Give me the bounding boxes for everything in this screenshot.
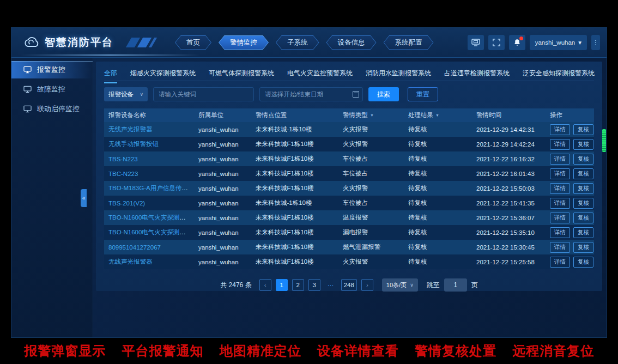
device-name-link[interactable]: 无线手动报警按钮 — [108, 141, 159, 147]
page-button[interactable]: 248 — [341, 279, 357, 291]
cell-time: 2021-12-29 14:42:24 — [472, 141, 546, 148]
notifications-button[interactable] — [509, 35, 525, 50]
calendar-icon[interactable] — [353, 91, 359, 98]
review-button[interactable]: 复核 — [573, 227, 593, 238]
fullscreen-button[interactable] — [488, 35, 505, 50]
review-button[interactable]: 复核 — [573, 213, 593, 223]
filter-bar: 报警设备 ∨ 搜索 重置 — [104, 87, 594, 101]
cell-alarm-type: 车位被占 — [338, 199, 404, 207]
detail-button[interactable]: 详情 — [550, 183, 570, 194]
nav-tab[interactable]: 警情监控 — [219, 35, 269, 50]
system-tab[interactable]: 泛安全感知探测报警系统 — [523, 69, 595, 82]
nav-tab[interactable]: 首页 — [175, 35, 211, 50]
detail-button[interactable]: 详情 — [550, 213, 570, 223]
feature-label: 报警弹窗显示 — [24, 342, 106, 360]
cell-actions: 详情 复核 — [546, 183, 594, 194]
nav-tab-label: 首页 — [186, 38, 200, 47]
table-row[interactable]: 无线手动报警按钮 yanshi_wuhan 未来科技城F1栋10楼 火灾报警 待… — [104, 137, 594, 151]
cell-alarm-type: 火灾报警 — [338, 125, 404, 134]
system-tab[interactable]: 消防用水监测报警系统 — [366, 69, 431, 82]
jump-to-label: 跳至 — [427, 281, 440, 290]
device-name-link[interactable]: TBC-N223 — [108, 171, 138, 177]
review-button[interactable]: 复核 — [573, 139, 593, 150]
review-button[interactable]: 复核 — [573, 183, 593, 194]
sidebar-collapse-handle[interactable]: « — [81, 189, 87, 207]
alarm-type-select[interactable]: 报警设备 ∨ — [104, 87, 148, 101]
column-label: 警情类型 — [343, 111, 368, 119]
column-label: 操作 — [550, 111, 562, 119]
detail-button[interactable]: 详情 — [550, 198, 570, 209]
device-name-link[interactable]: TBO-M183G-A用户信息传输系统(外部化) — [108, 185, 194, 191]
search-button[interactable]: 搜索 — [368, 87, 399, 101]
table-row[interactable]: TBO-N1600电气火灾探测器-1 yanshi_wuhan 未来科技城F1栋… — [104, 210, 594, 225]
table-row[interactable]: TBS-201(V2) yanshi_wuhan 未来科技城-1栋10楼 车位被… — [104, 196, 594, 210]
table-row[interactable]: 无线声光报警器 yanshi_wuhan 未来科技城-1栋10楼 火灾报警 待复… — [104, 122, 594, 137]
sidebar-item[interactable]: 联动启停监控 — [11, 100, 93, 118]
column-label: 警情点位置 — [256, 111, 287, 119]
system-tab[interactable]: 占道违章检测报警系统 — [444, 69, 510, 82]
scrollbar-thumb[interactable] — [602, 129, 606, 152]
table-row[interactable]: 809951041272067 yanshi_wuhan 未来科技城F1栋10楼… — [104, 240, 594, 254]
review-button[interactable]: 复核 — [573, 198, 593, 209]
cell-time: 2021-12-22 15:35:10 — [472, 229, 546, 236]
table-row[interactable]: TBS-N223 yanshi_wuhan 未来科技城F1栋10楼 车位被占 待… — [104, 151, 594, 166]
table-row[interactable]: TBO-N1600电气火灾探测器-1 yanshi_wuhan 未来科技城F1栋… — [104, 225, 594, 240]
system-tab[interactable]: 烟感火灾探测报警系统 — [130, 69, 196, 82]
cell-result: 待复核 — [404, 125, 472, 134]
review-button[interactable]: 复核 — [573, 124, 593, 135]
table-row[interactable]: TBO-M183G-A用户信息传输系统(外部化) yanshi_wuhan 未来… — [104, 181, 594, 196]
device-name-link[interactable]: TBO-N1600电气火灾探测器-1 — [108, 229, 191, 235]
nav-tab[interactable]: 子系统 — [276, 35, 319, 50]
review-button[interactable]: 复核 — [573, 154, 593, 165]
review-button[interactable]: 复核 — [573, 257, 593, 268]
detail-button[interactable]: 详情 — [550, 139, 570, 150]
keyword-input[interactable] — [153, 87, 254, 101]
page-button[interactable]: 2 — [292, 279, 304, 291]
filter-funnel-icon[interactable]: ▼ — [370, 113, 374, 117]
device-name-link[interactable]: 无线声光报警器 — [108, 258, 153, 265]
system-tab[interactable]: 全部 — [104, 69, 117, 83]
cell-device-name: TBS-N223 — [104, 156, 194, 162]
review-button[interactable]: 复核 — [573, 242, 593, 253]
detail-button[interactable]: 详情 — [550, 227, 570, 238]
cell-time: 2021-12-22 16:01:43 — [472, 171, 546, 177]
system-tab[interactable]: 电气火灾监控预警系统 — [287, 69, 353, 82]
jump-page-input[interactable] — [444, 278, 467, 292]
more-menu-button[interactable]: ⋮ — [591, 35, 600, 50]
big-screen-button[interactable] — [468, 35, 484, 50]
nav-tab[interactable]: 系统配置 — [384, 35, 434, 50]
cell-result: 待复核 — [404, 140, 472, 148]
page-size-select[interactable]: 10条/页 ∨ — [382, 278, 418, 292]
reset-button[interactable]: 重置 — [408, 87, 438, 101]
sidebar-item[interactable]: 故障监控 — [11, 81, 93, 98]
detail-button[interactable]: 详情 — [550, 242, 570, 253]
next-page-button[interactable]: › — [361, 279, 373, 291]
sidebar-item[interactable]: 报警监控 — [11, 61, 93, 78]
cell-actions: 详情 复核 — [546, 154, 594, 165]
device-name-link[interactable]: 无线声光报警器 — [108, 126, 153, 132]
device-name-link[interactable]: TBS-N223 — [108, 156, 138, 162]
detail-button[interactable]: 详情 — [550, 168, 570, 179]
cell-device-name: 无线声光报警器 — [104, 125, 194, 134]
device-name-link[interactable]: TBS-201(V2) — [108, 200, 145, 207]
system-tab[interactable]: 可燃气体探测报警系统 — [209, 69, 274, 82]
date-range-input[interactable] — [259, 87, 363, 101]
detail-button[interactable]: 详情 — [550, 124, 570, 135]
detail-button[interactable]: 详情 — [550, 154, 570, 165]
device-name-link[interactable]: TBO-N1600电气火灾探测器-1 — [108, 214, 191, 221]
page-button[interactable]: 1 — [276, 279, 288, 291]
device-name-link[interactable]: 809951041272067 — [108, 244, 161, 251]
table-row[interactable]: TBC-N223 yanshi_wuhan 未来科技城F1栋10楼 车位被占 待… — [104, 166, 594, 181]
prev-page-button[interactable]: ‹ — [259, 279, 271, 291]
detail-button[interactable]: 详情 — [550, 257, 570, 268]
nav-tab[interactable]: 设备信息 — [326, 35, 377, 50]
page-button[interactable]: 3 — [308, 279, 320, 291]
cell-device-name: TBS-201(V2) — [104, 200, 194, 207]
user-menu[interactable]: yanshi_wuhan ▾ — [530, 35, 587, 50]
review-button[interactable]: 复核 — [573, 168, 593, 179]
cell-time: 2021-12-22 15:30:45 — [472, 244, 546, 251]
filter-funnel-icon[interactable]: ▼ — [435, 113, 439, 117]
system-tab-label: 消防用水监测报警系统 — [366, 69, 431, 77]
table-row[interactable]: 无线声光报警器 yanshi_wuhan 未来科技城F1栋10楼 火灾报警 待复… — [104, 254, 594, 269]
feature-strip: 报警弹窗显示平台报警通知地图精准定位设备详情查看警情复核处置远程消音复位 — [0, 338, 618, 364]
